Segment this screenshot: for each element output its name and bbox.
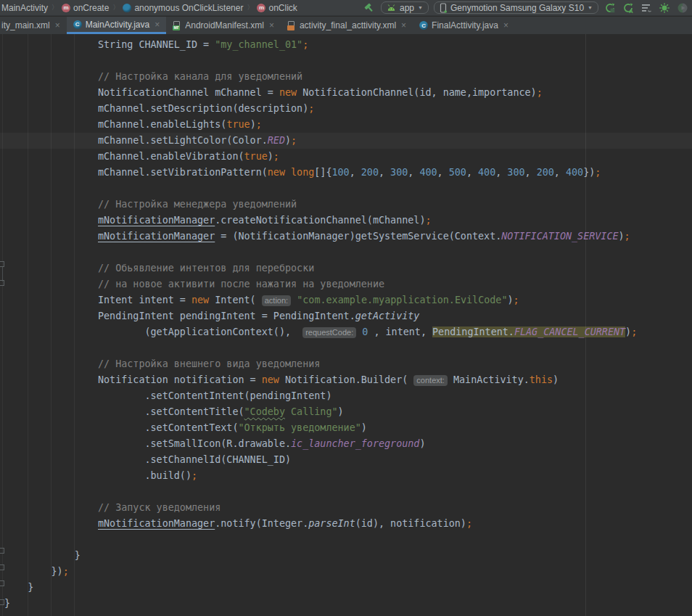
xml-file-icon [287, 21, 296, 30]
code-line[interactable] [4, 245, 692, 260]
fold-marker-icon[interactable] [0, 261, 4, 267]
code-line[interactable]: // Обьявление интентов для переброски [4, 260, 692, 276]
tab-activity-main-xml[interactable]: ity_main.xml × [0, 17, 67, 34]
tab-label: activity_final_acttivity.xml [300, 20, 396, 30]
code-line[interactable]: } [4, 548, 692, 564]
fold-marker-icon[interactable] [0, 564, 4, 570]
breadcrumb: MainActivity 〉 m onCreate 〉 anonymous On… [1, 3, 297, 13]
breadcrumb-item-anonymous-listener[interactable]: anonymous OnClickListener [123, 3, 243, 13]
breadcrumb-separator-icon: 〉 [51, 3, 59, 12]
tab-mainactivity-java[interactable]: C MainActivity.java × [67, 17, 167, 34]
code-line[interactable]: String CHANNEL_ID = "my_channel_01"; [4, 37, 692, 53]
ide-window: MainActivity 〉 m onCreate 〉 anonymous On… [0, 0, 692, 616]
parameter-hint: action: [262, 295, 291, 306]
code-line[interactable]: // Запуск уведомления [4, 500, 692, 516]
attach-debugger-icon[interactable] [658, 1, 671, 15]
stop-icon[interactable] [676, 1, 689, 15]
breadcrumb-item-class[interactable]: MainActivity [1, 3, 48, 13]
code-line[interactable]: NotificationChannel mChannel = new Notif… [4, 85, 692, 101]
build-hammer-icon[interactable] [363, 1, 376, 15]
code-line[interactable]: mChannel.setDescription(description); [4, 101, 692, 117]
code-line[interactable]: Notification notification = new Notifica… [4, 372, 692, 388]
code-line[interactable]: mChannel.enableLights(true); [4, 117, 692, 133]
code-line[interactable]: PendingIntent pendingIntent = PendingInt… [4, 308, 692, 324]
code-line[interactable]: mChannel.enableVibration(true); [4, 149, 692, 165]
tab-bar: ity_main.xml × C MainActivity.java × MF … [0, 17, 692, 34]
code-line[interactable]: Intent intent = new Intent( action: "com… [4, 292, 692, 308]
rerun-icon[interactable] [604, 1, 617, 15]
chevron-down-icon: ▼ [418, 5, 423, 10]
breadcrumb-label: anonymous OnClickListener [134, 3, 243, 13]
fold-marker-icon[interactable] [0, 580, 4, 586]
code-line[interactable]: mChannel.setVibrationPattern(new long[]{… [4, 165, 692, 181]
tab-androidmanifest-xml[interactable]: MF AndroidManifest.xml × [166, 17, 281, 34]
breadcrumb-label: onCreate [73, 3, 109, 13]
tab-label: ity_main.xml [1, 20, 50, 30]
code-line[interactable]: mNotificationManager.notify(Integer.pars… [4, 516, 692, 532]
tab-close-icon[interactable]: × [55, 20, 60, 30]
code-line[interactable] [4, 484, 692, 500]
device-phone-icon [440, 3, 447, 13]
manifest-file-icon: MF [173, 21, 181, 30]
code-line[interactable]: .setContentText("Открыть уведомление") [4, 420, 692, 436]
device-label: Genymotion Samsung Galaxy S10 [450, 3, 584, 13]
navigation-bar: MainActivity 〉 m onCreate 〉 anonymous On… [0, 0, 692, 16]
fold-marker-icon[interactable] [0, 548, 4, 554]
code-line[interactable]: .setChannelId(CHANNEL_ID) [4, 452, 692, 468]
code-line[interactable]: .setSmallIcon(R.drawable.ic_launcher_for… [4, 436, 692, 452]
code-line[interactable]: // Настройка менеджера уведомлений [4, 197, 692, 213]
fold-marker-icon[interactable] [0, 280, 4, 286]
code-line[interactable]: }); [4, 564, 692, 580]
chevron-down-icon: ▼ [588, 5, 593, 10]
run-configuration-selector[interactable]: app ▼ [381, 1, 429, 14]
breadcrumb-item-onclick[interactable]: m onClick [257, 3, 297, 13]
fold-marker-icon[interactable] [0, 599, 4, 605]
code-line[interactable]: .setContentTitle("Codeby Calling") [4, 404, 692, 420]
svg-text:A: A [629, 7, 633, 14]
code-line[interactable]: .setContentIntent(pendingIntent) [4, 388, 692, 404]
tab-label: AndroidManifest.xml [185, 20, 264, 30]
tab-label: FinalActtivity.java [432, 20, 498, 30]
parameter-hint: requestCode: [302, 327, 356, 338]
code-line[interactable]: } [4, 580, 692, 596]
code-area[interactable]: String CHANNEL_ID = "my_channel_01"; // … [0, 34, 692, 612]
code-line[interactable]: // Настройка внешнего вида уведомления [4, 356, 692, 372]
method-icon: m [257, 4, 265, 12]
code-line[interactable]: // на новое активити после нажатия на ув… [4, 276, 692, 292]
tab-close-icon[interactable]: × [155, 20, 160, 30]
java-class-icon: C [73, 20, 82, 29]
code-line[interactable]: } [4, 596, 692, 612]
device-selector[interactable]: Genymotion Samsung Galaxy S10 ▼ [434, 1, 598, 14]
breadcrumb-separator-icon: 〉 [112, 3, 120, 12]
code-line[interactable] [4, 532, 692, 548]
method-icon: m [62, 4, 70, 12]
code-line[interactable]: .build(); [4, 468, 692, 484]
breadcrumb-item-oncreate[interactable]: m onCreate [62, 3, 109, 13]
tab-label: MainActivity.java [86, 20, 149, 30]
breadcrumb-separator-icon: 〉 [246, 3, 254, 12]
code-line[interactable] [4, 181, 692, 197]
code-line[interactable]: mNotificationManager = (NotificationMana… [4, 229, 692, 245]
code-line[interactable] [4, 340, 692, 356]
tab-close-icon[interactable]: × [503, 20, 508, 30]
code-line[interactable]: mChannel.setLightColor(Color.RED); [0, 133, 692, 149]
code-line[interactable]: mNotificationManager.createNotificationC… [4, 213, 692, 229]
tab-close-icon[interactable]: × [401, 20, 406, 30]
android-icon [387, 4, 396, 12]
code-line[interactable]: // Настройка канала для уведомлений [4, 69, 692, 85]
tab-finalacttivity-java[interactable]: C FinalActtivity.java × [413, 17, 515, 34]
run-configuration-label: app [400, 3, 414, 13]
apply-changes-icon[interactable]: A [622, 1, 635, 15]
class-icon [123, 4, 131, 12]
breadcrumb-label: MainActivity [1, 3, 48, 13]
editor[interactable]: String CHANNEL_ID = "my_channel_01"; // … [0, 34, 692, 616]
code-line[interactable] [4, 53, 692, 69]
java-class-icon: C [419, 21, 428, 30]
breadcrumb-label: onClick [268, 3, 297, 13]
tab-close-icon[interactable]: × [269, 20, 274, 30]
parameter-hint: context: [413, 375, 448, 386]
run-toolbar: app ▼ Genymotion Samsung Galaxy S10 ▼ [363, 1, 689, 15]
profiler-icon[interactable] [640, 1, 653, 15]
code-line[interactable]: (getApplicationContext(), requestCode: 0… [4, 324, 692, 340]
tab-activity-final-acttivity-xml[interactable]: activity_final_acttivity.xml × [281, 17, 413, 34]
